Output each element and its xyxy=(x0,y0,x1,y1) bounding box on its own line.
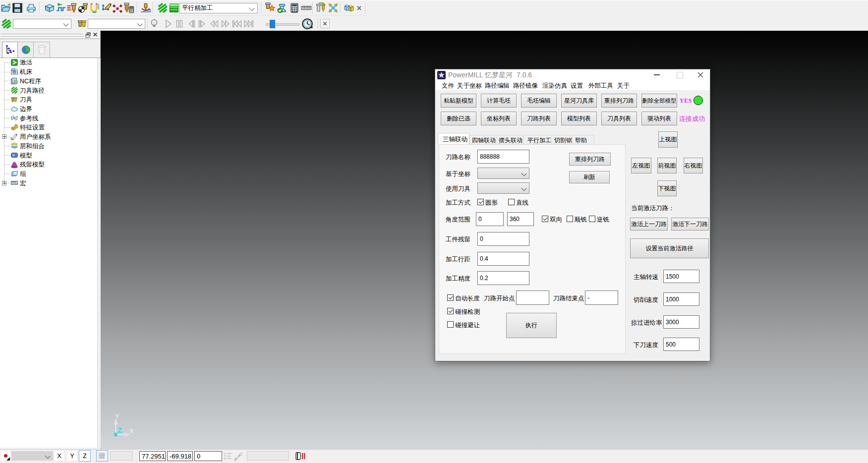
svg-text:X: X xyxy=(129,427,134,435)
svg-text:Z: Z xyxy=(117,426,122,434)
svg-text:Y: Y xyxy=(115,412,119,420)
